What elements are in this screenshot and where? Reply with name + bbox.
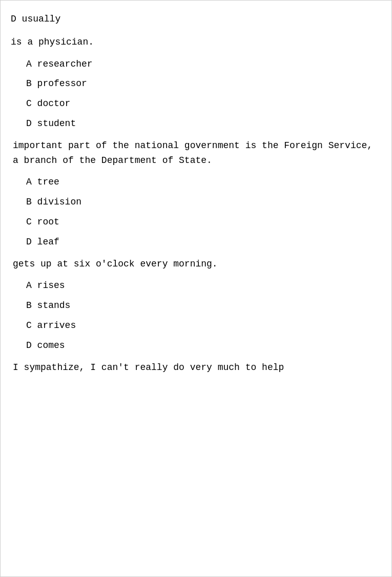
q3-option-c[interactable]: C arrives	[26, 318, 381, 333]
q2-option-b[interactable]: B division	[26, 195, 381, 210]
q1-option-c[interactable]: C doctor	[26, 96, 381, 111]
q2-option-a-label: A tree	[26, 177, 59, 187]
q1-continuation-text: is a physician.	[11, 37, 94, 47]
q3-option-d[interactable]: D comes	[26, 338, 381, 353]
q1-option-b-label: B professor	[26, 78, 87, 89]
q3-option-b[interactable]: B stands	[26, 298, 381, 313]
q3-option-a[interactable]: A rises	[26, 278, 381, 293]
q4-passage-text: I sympathize, I can't really do very muc…	[13, 362, 284, 373]
q2-option-d[interactable]: D leaf	[26, 235, 381, 250]
q2-option-d-label: D leaf	[26, 237, 59, 247]
q3-option-b-label: B stands	[26, 300, 70, 311]
q2-option-c-label: C root	[26, 217, 59, 227]
q1-option-a[interactable]: A researcher	[26, 57, 381, 72]
q1-option-b[interactable]: B professor	[26, 76, 381, 91]
q3-passage-text: gets up at six o'clock every morning.	[13, 259, 218, 269]
q1-option-a-label: A researcher	[26, 59, 93, 69]
q1-prefix-line: D usually	[11, 10, 381, 29]
q2-option-a[interactable]: A tree	[26, 175, 381, 190]
page-content: D usually is a physician. A researcher B…	[1, 1, 391, 387]
q3-option-a-label: A rises	[26, 280, 65, 291]
q1-continuation-line: is a physician.	[11, 33, 381, 52]
q2-option-b-label: B division	[26, 197, 81, 207]
q2-passage: important part of the national governmen…	[13, 138, 379, 168]
q1-prefix-text: D usually	[11, 14, 60, 24]
q1-option-d[interactable]: D student	[26, 116, 381, 131]
q2-passage-text: important part of the national governmen…	[13, 140, 373, 166]
q3-option-c-label: C arrives	[26, 320, 76, 331]
q4-passage: I sympathize, I can't really do very muc…	[13, 360, 379, 375]
q1-option-c-label: C doctor	[26, 98, 70, 109]
q3-passage: gets up at six o'clock every morning.	[13, 257, 379, 272]
q1-option-d-label: D student	[26, 118, 76, 129]
q3-option-d-label: D comes	[26, 340, 65, 351]
q2-option-c[interactable]: C root	[26, 215, 381, 230]
